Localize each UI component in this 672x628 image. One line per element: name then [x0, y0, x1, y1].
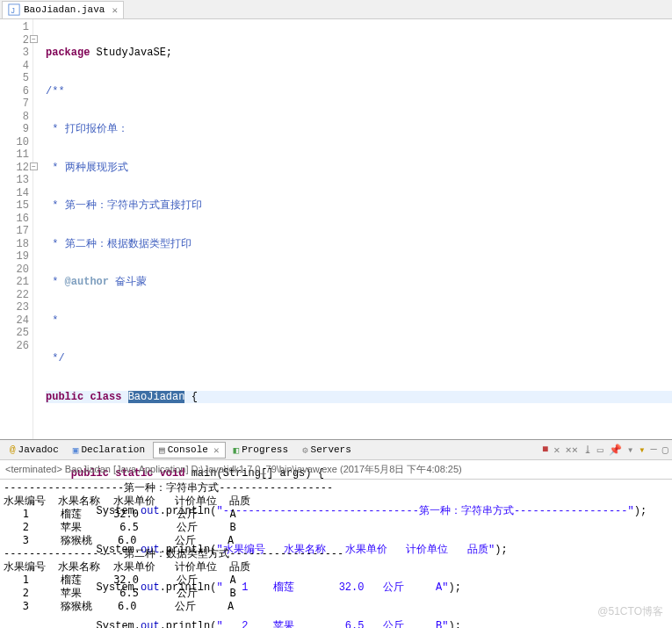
line-number: 22 [0, 289, 29, 302]
editor-tab-bar: J BaoJiadan.java ✕ [0, 0, 672, 19]
line-number: 19 [0, 250, 29, 263]
line-number: 8 [0, 111, 29, 124]
minimize-icon[interactable]: ─ [651, 444, 657, 457]
line-number: 9 [0, 123, 29, 136]
line-number: 17 [0, 225, 29, 238]
tab-servers[interactable]: ⚙Servers [296, 442, 358, 458]
javadoc-icon: @ [10, 444, 16, 455]
pin-icon[interactable]: 📌 [609, 444, 622, 457]
line-number: 1 [0, 21, 29, 34]
progress-icon: ◧ [234, 444, 240, 456]
line-number: 18 [0, 238, 29, 251]
line-number: 13 [0, 174, 29, 187]
line-number: 3 [0, 47, 29, 60]
fold-icon[interactable]: − [30, 35, 38, 43]
clear-console-icon[interactable]: ▭ [597, 444, 603, 457]
svg-text:J: J [11, 6, 15, 15]
line-number: 14 [0, 187, 29, 200]
watermark: @51CTO博客 [597, 604, 663, 619]
tab-declaration[interactable]: ▣Declaration [67, 442, 151, 458]
console-toolbar: ■ ✕ ⨯⨯ ⤓ ▭ 📌 ▾ ▾ ─ ▢ [542, 444, 668, 457]
maximize-icon[interactable]: ▢ [662, 444, 668, 457]
line-number: 21 [0, 276, 29, 289]
line-number: 12− [0, 162, 29, 175]
display-icon[interactable]: ▾ [627, 444, 633, 457]
close-icon[interactable]: ✕ [213, 444, 220, 456]
code-area[interactable]: package StudyJavaSE; /** * 打印报价单： * 两种展现… [33, 19, 672, 439]
console-icon: ▤ [159, 444, 165, 456]
line-number: 25 [0, 327, 29, 340]
line-number: 11 [0, 148, 29, 162]
line-number: 2− [0, 34, 29, 47]
fold-icon[interactable]: − [30, 162, 38, 170]
line-number: 15 [0, 199, 29, 213]
selected-text: BaoJiadan [128, 391, 185, 403]
line-number: 4 [0, 60, 29, 73]
tab-progress[interactable]: ◧Progress [228, 442, 294, 458]
line-number: 16 [0, 213, 29, 226]
line-number: 6 [0, 85, 29, 98]
tab-javadoc[interactable]: @Javadoc [4, 442, 65, 458]
scroll-lock-icon[interactable]: ⤓ [583, 444, 592, 457]
line-number: 26 [0, 340, 29, 353]
line-number: 23 [0, 301, 29, 314]
line-gutter: 1 2− 3 4 5 6 7 8 9 10 11 12− 13 14 15 16… [0, 19, 33, 439]
tab-console[interactable]: ▤Console✕ [153, 442, 225, 458]
tab-baojiadan[interactable]: J BaoJiadan.java ✕ [2, 1, 124, 18]
java-file-icon: J [8, 4, 20, 16]
line-number: 7 [0, 97, 29, 111]
declaration-icon: ▣ [73, 444, 79, 456]
line-number: 24 [0, 314, 29, 328]
remove-all-icon[interactable]: ⨯⨯ [565, 444, 577, 457]
terminate-icon[interactable]: ■ [542, 444, 548, 457]
servers-icon: ⚙ [302, 444, 308, 456]
open-console-icon[interactable]: ▾ [639, 444, 645, 457]
line-number: 10 [0, 136, 29, 149]
close-icon[interactable]: ✕ [112, 4, 118, 16]
code-editor[interactable]: 1 2− 3 4 5 6 7 8 9 10 11 12− 13 14 15 16… [0, 19, 672, 439]
tab-label: BaoJiadan.java [24, 4, 105, 15]
remove-icon[interactable]: ✕ [553, 444, 560, 457]
line-number: 20 [0, 263, 29, 277]
line-number: 5 [0, 72, 29, 85]
